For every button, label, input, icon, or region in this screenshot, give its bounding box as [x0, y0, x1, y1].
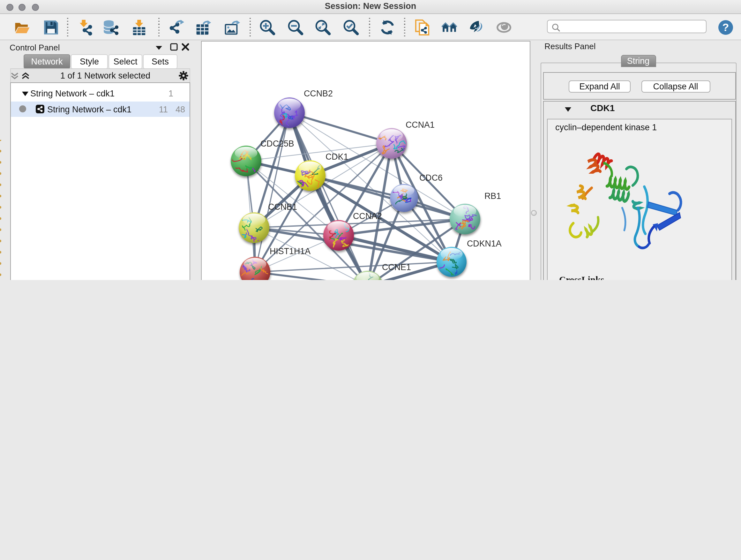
svg-text:HIST1H1A: HIST1H1A: [270, 246, 311, 256]
svg-text:CCNA1: CCNA1: [406, 120, 434, 130]
svg-text:CDC25B: CDC25B: [260, 139, 294, 148]
svg-text:CCNE1: CCNE1: [382, 262, 411, 272]
svg-text:CDC6: CDC6: [419, 173, 443, 183]
svg-text:CCNA2: CCNA2: [353, 211, 382, 221]
svg-text:CDK1: CDK1: [326, 152, 348, 162]
svg-text:CCNB2: CCNB2: [304, 89, 333, 98]
svg-text:CDKN1A: CDKN1A: [467, 239, 502, 248]
svg-text:CCNB1: CCNB1: [268, 202, 297, 212]
svg-text:?: ?: [723, 21, 729, 33]
svg-text:RB1: RB1: [484, 191, 501, 201]
